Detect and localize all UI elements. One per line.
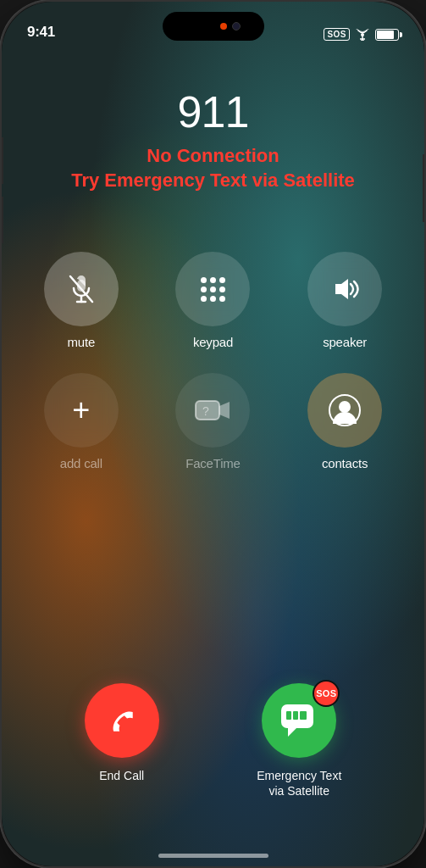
contacts-button[interactable]: contacts — [290, 373, 399, 470]
call-number: 911 — [178, 86, 249, 137]
svg-text:?: ? — [202, 404, 209, 418]
recording-indicator — [220, 23, 227, 30]
battery-icon — [375, 29, 399, 41]
facetime-button[interactable]: ? FaceTime — [159, 373, 268, 470]
speaker-label: speaker — [323, 335, 367, 349]
call-status: No Connection Try Emergency Text via Sat… — [71, 144, 355, 192]
status-time: 9:41 — [27, 24, 55, 41]
status-icons: SOS — [324, 28, 399, 41]
dynamic-island — [163, 12, 264, 41]
keypad-icon — [201, 277, 225, 302]
signal-icon — [355, 29, 370, 41]
speaker-icon — [329, 273, 361, 305]
svg-marker-8 — [335, 279, 348, 299]
mute-button[interactable]: mute — [27, 252, 136, 349]
mute-circle — [44, 252, 119, 326]
mute-label: mute — [68, 335, 96, 349]
call-status-line2: Try Emergency Text via Satellite — [71, 170, 355, 191]
controls-grid: mute keypad — [2, 252, 424, 470]
contacts-circle — [307, 373, 382, 448]
contacts-icon — [328, 393, 362, 427]
speaker-button[interactable]: speaker — [290, 252, 399, 349]
camera-indicator — [232, 22, 241, 31]
speaker-circle — [307, 252, 382, 326]
keypad-label: keypad — [193, 335, 233, 349]
add-call-button[interactable]: + add call — [27, 373, 136, 470]
facetime-circle: ? — [175, 373, 250, 448]
sos-label: SOS — [324, 28, 350, 41]
keypad-button[interactable]: keypad — [159, 252, 268, 349]
contacts-label: contacts — [322, 456, 368, 470]
add-call-label: add call — [60, 456, 102, 470]
mute-icon — [65, 273, 97, 305]
plus-icon: + — [72, 395, 90, 426]
add-call-circle: + — [44, 373, 119, 448]
phone-frame: 9:41 SOS 911 No Connection Try Emergency… — [0, 0, 426, 868]
battery-fill — [377, 31, 394, 39]
call-status-line1: No Connection — [147, 145, 279, 166]
facetime-icon: ? — [195, 397, 230, 424]
facetime-label: FaceTime — [185, 456, 241, 470]
svg-point-11 — [339, 401, 351, 413]
keypad-circle — [175, 252, 250, 326]
svg-rect-5 — [77, 280, 86, 292]
call-content: 911 No Connection Try Emergency Text via… — [2, 2, 424, 866]
